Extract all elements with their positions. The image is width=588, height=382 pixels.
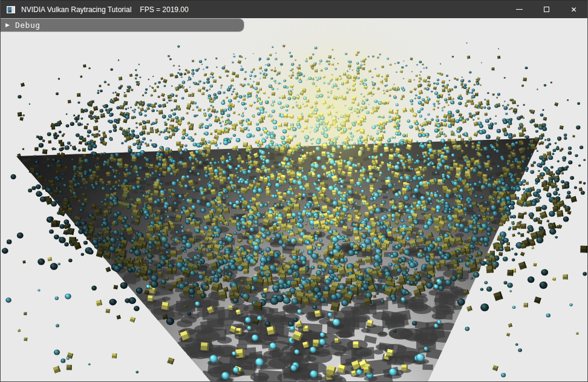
minimize-icon — [516, 9, 523, 10]
close-icon: ✕ — [570, 6, 577, 13]
app-icon — [6, 5, 16, 15]
app-window: NVIDIA Vulkan Raytracing Tutorial FPS = … — [0, 0, 588, 382]
titlebar[interactable]: NVIDIA Vulkan Raytracing Tutorial FPS = … — [1, 0, 587, 18]
collapse-arrow-icon: ▶ — [5, 22, 10, 28]
maximize-icon — [544, 7, 549, 12]
debug-panel-label: Debug — [15, 21, 41, 30]
close-button[interactable]: ✕ — [560, 1, 587, 19]
raytraced-viewport[interactable] — [1, 18, 587, 381]
maximize-button[interactable] — [533, 1, 560, 19]
window-title: NVIDIA Vulkan Raytracing Tutorial — [21, 5, 131, 14]
debug-panel-header[interactable]: ▶ Debug — [1, 19, 244, 31]
minimize-button[interactable] — [506, 1, 533, 19]
fps-counter: FPS = 2019.00 — [140, 5, 188, 14]
